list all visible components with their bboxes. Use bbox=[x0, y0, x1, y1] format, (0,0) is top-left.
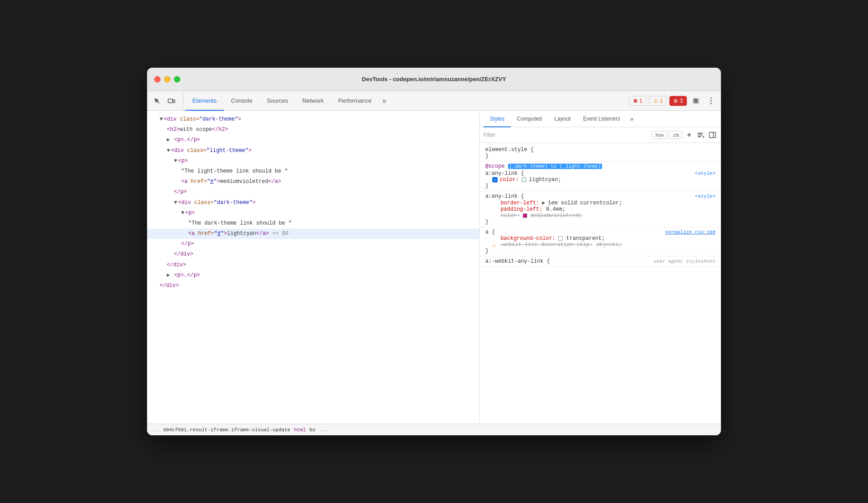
css-property-line-warn: ⚠ -webkit-text-decoration-skip: objects; bbox=[485, 242, 716, 248]
inspect-element-button[interactable] bbox=[151, 95, 163, 107]
toggle-sidebar-button[interactable] bbox=[707, 130, 717, 140]
device-toolbar-button[interactable] bbox=[165, 95, 178, 107]
dom-line: <a href="#">mediumvioletred</a> bbox=[147, 177, 479, 187]
css-property-line: padding-left: 0.4em; bbox=[485, 206, 716, 212]
dom-line: </div> bbox=[147, 260, 479, 270]
issues-badge[interactable]: ⊗ 3 bbox=[669, 96, 687, 106]
triangle-icon[interactable]: ▶ bbox=[167, 136, 173, 144]
warn-icon: ⚠ bbox=[492, 242, 495, 248]
css-source-link[interactable]: <style> bbox=[695, 194, 716, 199]
dom-line: </div> bbox=[147, 249, 479, 260]
color-swatch[interactable] bbox=[522, 178, 526, 182]
tab-elements[interactable]: Elements bbox=[185, 91, 224, 111]
styles-tab-event-listeners[interactable]: Event Listeners bbox=[577, 111, 626, 127]
dom-line: ▼<p> bbox=[147, 156, 479, 166]
css-source-link[interactable]: <style> bbox=[695, 171, 716, 176]
issues-icon: ⊗ bbox=[673, 98, 678, 104]
triangle-icon[interactable]: ▼ bbox=[174, 157, 177, 165]
css-block-any-link: a:any-link { <style> border-left: ▶ 1em … bbox=[480, 191, 721, 227]
triangle-icon[interactable]: ▼ bbox=[160, 115, 163, 124]
force-element-state-button[interactable] bbox=[696, 130, 706, 140]
breadcrumb-path[interactable]: d04cf581.result-iframe.iframe-visual-upd… bbox=[163, 427, 291, 433]
css-selector: a:any-link { <style> bbox=[485, 193, 716, 199]
tab-sources[interactable]: Sources bbox=[260, 91, 295, 111]
styles-tab-computed[interactable]: Computed bbox=[511, 111, 548, 127]
cls-filter-button[interactable]: .cls bbox=[669, 131, 683, 139]
color-swatch[interactable] bbox=[558, 236, 563, 241]
styles-tabs: Styles Computed Layout Event Listeners » bbox=[480, 111, 721, 127]
css-source-link[interactable]: normalize.css:106 bbox=[665, 230, 716, 235]
css-property-line: border-left: ▶ 1em solid currentcolor; bbox=[485, 199, 716, 206]
tab-performance[interactable]: Performance bbox=[331, 91, 378, 111]
property-checkbox[interactable]: ✓ bbox=[492, 177, 498, 182]
css-selector: element.style { bbox=[485, 147, 716, 153]
dom-line: ▼<div class="dark-theme"> bbox=[147, 114, 479, 125]
minimize-button[interactable] bbox=[164, 76, 170, 82]
tab-network[interactable]: Network bbox=[295, 91, 331, 111]
css-property-line-strikethrough: color: mediumvioletred; bbox=[485, 212, 716, 219]
css-selector: a:any-link { <style> bbox=[485, 170, 716, 177]
css-block-a: a { normalize.css:106 background-color: … bbox=[480, 227, 721, 256]
css-block-webkit-any-link: a:-webkit-any-link { user agent styleshe… bbox=[480, 256, 721, 267]
hov-filter-button[interactable]: :hov bbox=[651, 131, 667, 139]
dom-line: <h2>with scope</h2> bbox=[147, 125, 479, 135]
more-tabs-button[interactable]: » bbox=[379, 91, 390, 110]
bottom-bar: ... d04cf581.result-iframe.iframe-visual… bbox=[147, 424, 721, 435]
color-swatch[interactable] bbox=[523, 213, 527, 218]
warn-badge[interactable]: ⚠ 1 bbox=[649, 96, 667, 106]
svg-rect-1 bbox=[168, 99, 173, 103]
main-tabs: Elements Console Sources Network Perform… bbox=[185, 91, 390, 110]
svg-point-5 bbox=[711, 103, 712, 104]
more-options-button[interactable] bbox=[705, 95, 717, 107]
add-style-button[interactable]: + bbox=[684, 130, 694, 140]
svg-rect-6 bbox=[698, 133, 703, 134]
triangle-icon[interactable]: ▶ bbox=[167, 271, 173, 280]
filter-buttons: :hov .cls + bbox=[651, 130, 717, 140]
breadcrumb-body[interactable]: bo bbox=[309, 427, 315, 433]
svg-point-3 bbox=[711, 97, 712, 99]
breadcrumb-more[interactable]: ... bbox=[319, 427, 328, 433]
css-property-line: ✓ color: lightcyan; bbox=[485, 177, 716, 183]
dom-line: </div> bbox=[147, 281, 479, 291]
dom-line: ▼<p> bbox=[147, 208, 479, 218]
dom-panel[interactable]: ▼<div class="dark-theme"> <h2>with scope… bbox=[147, 111, 480, 424]
scope-highlight: (.dark-theme) to (.light-theme) bbox=[508, 164, 603, 169]
dom-line: "The dark-theme link should be " bbox=[147, 218, 479, 229]
styles-tab-styles[interactable]: Styles bbox=[483, 111, 511, 127]
svg-rect-7 bbox=[698, 134, 702, 135]
dom-line: "The light-theme link should be " bbox=[147, 166, 479, 177]
css-property-line: background-color: transparent; bbox=[485, 235, 716, 242]
styles-tab-layout[interactable]: Layout bbox=[548, 111, 577, 127]
styles-filter-bar: :hov .cls + bbox=[480, 127, 721, 143]
dom-line-selected: <a href="#">lightcyan</a> == $0 bbox=[147, 229, 479, 239]
styles-more-tabs-button[interactable]: » bbox=[626, 111, 637, 127]
svg-point-4 bbox=[711, 100, 712, 101]
toolbar-icon-group bbox=[151, 91, 183, 110]
svg-line-0 bbox=[157, 101, 159, 103]
main-content: ▼<div class="dark-theme"> <h2>with scope… bbox=[147, 111, 721, 424]
error-icon: ⊗ bbox=[633, 98, 638, 104]
dom-line: ▼<div class="dark-theme"> bbox=[147, 198, 479, 208]
css-selector: a { normalize.css:106 bbox=[485, 229, 716, 235]
triangle-icon[interactable]: ▼ bbox=[181, 209, 184, 217]
svg-rect-8 bbox=[698, 136, 701, 137]
scope-line: @scope (.dark-theme) to (.light-theme) bbox=[485, 163, 716, 169]
css-selector: a:-webkit-any-link { user agent styleshe… bbox=[485, 258, 716, 265]
triangle-icon[interactable]: ▼ bbox=[167, 147, 170, 155]
breadcrumb-html[interactable]: html bbox=[294, 427, 306, 433]
svg-rect-2 bbox=[173, 100, 175, 103]
toolbar: Elements Console Sources Network Perform… bbox=[147, 91, 721, 111]
error-badge[interactable]: ⊗ 1 bbox=[629, 96, 647, 106]
devtools-window: DevTools - codepen.io/miriamsuzanne/pen/… bbox=[147, 68, 721, 435]
styles-filter-input[interactable] bbox=[483, 132, 647, 138]
dom-line: </p> bbox=[147, 239, 479, 249]
settings-button[interactable] bbox=[690, 95, 702, 107]
maximize-button[interactable] bbox=[174, 76, 180, 82]
tab-console[interactable]: Console bbox=[224, 91, 260, 111]
css-content: element.style { } @scope (.dark-theme) t… bbox=[480, 143, 721, 269]
dom-line: ▼<div class="light-theme"> bbox=[147, 146, 479, 156]
close-button[interactable] bbox=[154, 76, 161, 82]
triangle-icon[interactable]: ▼ bbox=[174, 199, 177, 207]
css-block-element-style: element.style { } bbox=[480, 145, 721, 161]
breadcrumb-dots: ... bbox=[151, 427, 160, 433]
